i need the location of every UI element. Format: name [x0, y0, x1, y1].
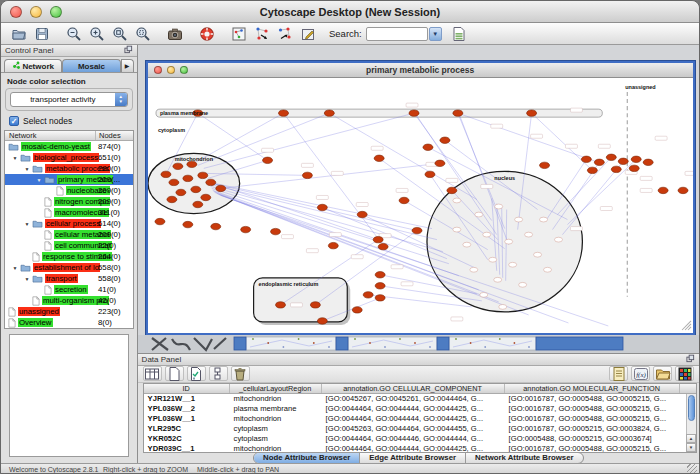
network-minimize-button[interactable]	[167, 66, 175, 74]
annotation-icon[interactable]	[296, 24, 319, 44]
network-node[interactable]	[210, 223, 220, 229]
select-nodes-checkbox[interactable]: ✓	[9, 116, 19, 126]
formula-icon[interactable]: f(x)	[631, 366, 650, 381]
tree-row[interactable]: secretion41(0)	[5, 284, 133, 295]
tree-row[interactable]: unassigned223(0)	[5, 306, 133, 317]
close-button[interactable]	[10, 6, 22, 18]
table-row[interactable]: YLR295Ccytoplasm[GO:0045263, GO:0044464,…	[144, 424, 696, 434]
network-node[interactable]	[192, 201, 202, 207]
canvas-resize-grip[interactable]	[685, 324, 691, 330]
network-node[interactable]	[539, 162, 549, 168]
tab-edge-attribute-browser[interactable]: Edge Attribute Browser	[360, 453, 466, 463]
network-node[interactable]	[435, 160, 445, 166]
tree-row[interactable]: Overview8(0)	[5, 317, 133, 328]
network-node[interactable]	[375, 283, 385, 289]
strip-scroll-thumb[interactable]	[336, 337, 348, 350]
network-node[interactable]	[205, 179, 215, 185]
network-close-button[interactable]	[154, 66, 162, 74]
tree-row[interactable]: ▼transport558(0)	[5, 273, 133, 284]
snapshot-icon[interactable]	[163, 24, 186, 44]
tree-row[interactable]: nitrogen compo209(0)	[5, 196, 133, 207]
network-node[interactable]	[278, 110, 288, 116]
birds-eye-view[interactable]	[9, 334, 129, 457]
network-node[interactable]	[678, 187, 688, 193]
network-node[interactable]	[524, 232, 532, 237]
trash-icon[interactable]	[231, 366, 250, 381]
network-node[interactable]	[482, 232, 490, 237]
network-node[interactable]	[452, 227, 460, 232]
network-node[interactable]	[643, 159, 653, 165]
attribute-table[interactable]: ID_cellularLayoutRegionannotation.GO CEL…	[143, 383, 697, 453]
network-node[interactable]	[462, 242, 470, 247]
select-attributes-icon[interactable]	[143, 366, 162, 381]
network-node[interactable]	[518, 282, 526, 287]
network-node[interactable]	[543, 267, 551, 272]
network-node[interactable]	[375, 272, 385, 278]
tree-row[interactable]: macromolecule311(0)	[5, 207, 133, 218]
create-attribute-icon[interactable]	[165, 366, 184, 381]
network-window-titlebar[interactable]: primary metabolic process	[148, 63, 693, 78]
minimized-window-preview[interactable]	[348, 337, 437, 350]
network-node[interactable]	[275, 302, 285, 308]
network-node[interactable]	[215, 185, 225, 191]
network-node[interactable]	[631, 156, 641, 162]
minimized-window-preview[interactable]	[246, 337, 336, 350]
tab-network[interactable]: Network	[4, 59, 62, 72]
zoom-button[interactable]	[50, 6, 62, 18]
scrollbar-thumb[interactable]	[688, 395, 695, 421]
network-node[interactable]	[474, 212, 482, 217]
tree-row[interactable]: ▼biological_process651(0)	[5, 152, 133, 163]
tab-node-attribute-browser[interactable]: Node Attribute Browser	[254, 453, 360, 463]
strip-scroll-thumb[interactable]	[437, 337, 449, 350]
network-node[interactable]	[554, 237, 562, 242]
search-input[interactable]	[366, 27, 428, 41]
network-node[interactable]	[169, 179, 179, 185]
open-icon[interactable]	[7, 24, 30, 44]
layout-two-icon[interactable]	[273, 24, 296, 44]
layout-one-icon[interactable]	[250, 24, 273, 44]
table-row[interactable]: YPL036W__2plasma membrane[GO:0044464, GO…	[144, 404, 696, 414]
column-header[interactable]: annotation.GO CELLULAR_COMPONENT	[322, 384, 505, 393]
float-data-panel-icon[interactable]	[686, 354, 695, 365]
network-node[interactable]	[533, 252, 541, 257]
network-node[interactable]	[262, 157, 272, 163]
network-node[interactable]	[447, 187, 457, 193]
network-node[interactable]	[363, 292, 373, 298]
network-node[interactable]	[514, 217, 522, 222]
tree-row[interactable]: ▼metabolic process280(0)	[5, 163, 133, 174]
tree-row[interactable]: cellular metabol209(0)	[5, 229, 133, 240]
float-panel-icon[interactable]	[124, 45, 133, 56]
network-view-window[interactable]: primary metabolic process plasma membran…	[146, 61, 695, 335]
network-node[interactable]	[324, 110, 334, 116]
zoom-out-icon[interactable]	[62, 24, 85, 44]
network-node[interactable]	[423, 144, 433, 150]
minimize-button[interactable]	[30, 6, 42, 18]
network-node[interactable]	[493, 277, 501, 282]
network-node[interactable]	[357, 211, 367, 217]
tree-row[interactable]: mosaic-demo-yeast874(0)	[5, 141, 133, 152]
expand-arrow-icon[interactable]: ▼	[22, 221, 32, 227]
network-node[interactable]	[412, 227, 422, 233]
minimized-windows-strip[interactable]	[138, 335, 700, 353]
network-node[interactable]	[374, 155, 384, 161]
network-node[interactable]	[378, 243, 388, 249]
table-row[interactable]: YPL036W__1mitochondrion[GO:0044464, GO:0…	[144, 414, 696, 424]
column-header[interactable]: ID	[144, 384, 230, 393]
table-row[interactable]: YDR039C__1mitochondrion[GO:0044464, GO:0…	[144, 444, 696, 453]
network-node[interactable]	[302, 172, 312, 178]
network-node[interactable]	[629, 165, 639, 171]
network-node[interactable]	[240, 226, 250, 232]
network-node[interactable]	[167, 196, 177, 202]
strip-scroll-thumb[interactable]	[234, 337, 246, 350]
network-node[interactable]	[452, 198, 460, 203]
zoom-in-icon[interactable]	[85, 24, 108, 44]
expand-arrow-icon[interactable]: ▼	[22, 276, 32, 282]
network-node[interactable]	[440, 137, 450, 143]
zoom-selected-icon[interactable]	[131, 24, 154, 44]
tree-row[interactable]: ▼cellular process614(0)	[5, 218, 133, 229]
network-node[interactable]	[399, 197, 409, 203]
network-node[interactable]	[452, 110, 462, 116]
network-node[interactable]	[173, 163, 183, 169]
tree-row[interactable]: response to stimulu264(0)	[5, 251, 133, 262]
tree-row[interactable]: ▼primary metabo209(...	[5, 174, 133, 185]
